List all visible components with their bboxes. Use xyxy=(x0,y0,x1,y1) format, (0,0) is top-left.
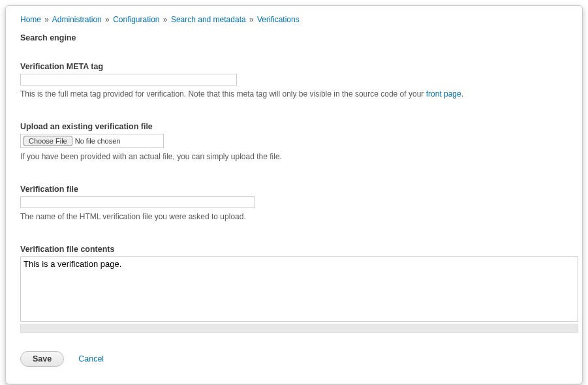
horizontal-scrollbar[interactable] xyxy=(20,324,578,333)
meta-tag-help-prefix: This is the full meta tag provided for v… xyxy=(20,89,426,99)
file-contents-textarea[interactable] xyxy=(20,256,578,322)
breadcrumb-home[interactable]: Home xyxy=(20,15,41,24)
breadcrumb-search-metadata[interactable]: Search and metadata xyxy=(171,15,246,24)
page-title: Search engine xyxy=(20,33,568,42)
upload-help: If you have been provided with an actual… xyxy=(20,151,568,162)
breadcrumb-verifications[interactable]: Verifications xyxy=(257,15,300,24)
breadcrumb-separator: » xyxy=(44,15,49,24)
form-actions: Save Cancel xyxy=(20,351,568,367)
meta-tag-label: Verification META tag xyxy=(20,62,568,71)
meta-tag-input[interactable] xyxy=(20,74,237,85)
verification-file-section: Verification file The name of the HTML v… xyxy=(20,185,568,223)
breadcrumb-separator: » xyxy=(249,15,254,24)
breadcrumb-configuration[interactable]: Configuration xyxy=(113,15,159,24)
file-status-text: No file chosen xyxy=(75,137,121,145)
verification-file-label: Verification file xyxy=(20,185,568,194)
breadcrumb-separator: » xyxy=(105,15,110,24)
file-contents-label: Verification file contents xyxy=(20,245,568,254)
file-contents-section: Verification file contents xyxy=(20,245,568,333)
cancel-link[interactable]: Cancel xyxy=(78,354,104,363)
upload-label: Upload an existing verification file xyxy=(20,122,568,131)
save-button[interactable]: Save xyxy=(20,351,64,367)
page-container: Home » Administration » Configuration » … xyxy=(5,5,583,384)
breadcrumb-separator: » xyxy=(163,15,168,24)
breadcrumb-administration[interactable]: Administration xyxy=(52,15,102,24)
meta-tag-help-suffix: . xyxy=(461,89,463,99)
file-input[interactable]: Choose File No file chosen xyxy=(20,134,164,148)
choose-file-button[interactable]: Choose File xyxy=(23,136,72,146)
verification-file-help: The name of the HTML verification file y… xyxy=(20,211,568,223)
verification-file-input[interactable] xyxy=(20,196,255,208)
breadcrumb: Home » Administration » Configuration » … xyxy=(20,15,568,24)
upload-section: Upload an existing verification file Cho… xyxy=(20,122,568,162)
meta-tag-help: This is the full meta tag provided for v… xyxy=(20,88,568,100)
front-page-link[interactable]: front page xyxy=(426,89,461,99)
scrollbar-thumb[interactable] xyxy=(21,324,578,332)
meta-tag-section: Verification META tag This is the full m… xyxy=(20,62,568,100)
